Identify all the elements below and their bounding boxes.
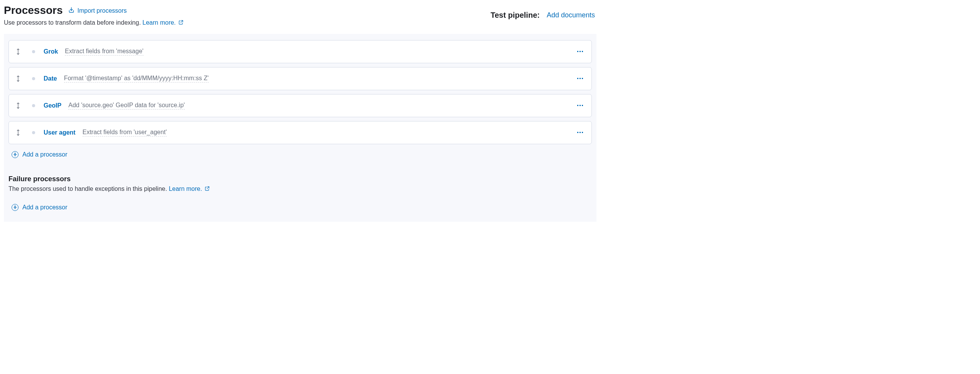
header: Processors Import processors Use process…	[0, 4, 600, 26]
status-dot-icon	[32, 131, 35, 134]
more-actions-button[interactable]	[576, 76, 585, 81]
failure-learn-more-label: Learn more.	[169, 185, 202, 192]
page-title: Processors	[4, 4, 63, 17]
failure-title: Failure processors	[8, 175, 596, 183]
plus-circle-icon	[12, 204, 19, 211]
processor-item: Grok Extract fields from 'message'	[8, 40, 592, 63]
processor-item: GeoIP Add 'source.geo' GeoIP data for 's…	[8, 94, 592, 117]
more-actions-button[interactable]	[576, 130, 585, 135]
external-link-icon	[204, 185, 210, 192]
status-dot-icon	[32, 104, 35, 107]
processor-name[interactable]: Date	[44, 75, 57, 82]
processor-name[interactable]: Grok	[44, 48, 58, 55]
drag-handle-icon[interactable]	[14, 102, 22, 109]
processor-description: Extract fields from 'message'	[65, 47, 144, 56]
drag-handle-icon[interactable]	[14, 129, 22, 136]
test-pipeline-label: Test pipeline:	[491, 11, 540, 20]
status-dot-icon	[32, 50, 35, 53]
more-actions-button[interactable]	[576, 49, 585, 54]
add-failure-processor-label: Add a processor	[22, 204, 68, 211]
processor-name[interactable]: User agent	[44, 129, 76, 136]
processor-name[interactable]: GeoIP	[44, 102, 61, 109]
external-link-icon	[178, 19, 184, 26]
page-subtitle: Use processors to transform data before …	[4, 19, 491, 26]
import-processors-button[interactable]: Import processors	[68, 7, 127, 15]
learn-more-label: Learn more.	[142, 19, 176, 26]
processors-list: Grok Extract fields from 'message' Date	[4, 40, 596, 144]
header-left: Processors Import processors Use process…	[4, 4, 491, 26]
failure-learn-more-link[interactable]: Learn more.	[169, 185, 210, 192]
processor-description: Extract fields from 'user_agent'	[83, 128, 167, 136]
status-dot-icon	[32, 77, 35, 80]
more-icon	[577, 51, 583, 52]
more-icon	[577, 105, 583, 106]
plus-circle-icon	[12, 151, 19, 158]
add-processor-label: Add a processor	[22, 151, 68, 158]
drag-handle-icon[interactable]	[14, 75, 22, 82]
processors-panel: Grok Extract fields from 'message' Date	[4, 34, 596, 222]
subtitle-text: Use processors to transform data before …	[4, 19, 141, 26]
failure-section: Failure processors The processors used t…	[4, 160, 596, 212]
import-icon	[68, 7, 74, 15]
more-icon	[577, 132, 583, 133]
add-documents-button[interactable]: Add documents	[547, 11, 595, 19]
add-failure-processor-button[interactable]: Add a processor	[8, 192, 68, 211]
add-processor-button[interactable]: Add a processor	[4, 144, 68, 158]
processor-description: Add 'source.geo' GeoIP data for 'source.…	[68, 101, 185, 110]
drag-handle-icon[interactable]	[14, 48, 22, 55]
import-processors-label: Import processors	[78, 7, 127, 14]
failure-description-text: The processors used to handle exceptions…	[8, 185, 167, 192]
learn-more-link[interactable]: Learn more.	[142, 19, 183, 26]
failure-description: The processors used to handle exceptions…	[8, 185, 596, 192]
header-right: Test pipeline: Add documents	[491, 4, 597, 20]
more-icon	[577, 78, 583, 79]
processor-description: Format '@timestamp' as 'dd/MMM/yyyy:HH:m…	[64, 74, 209, 83]
processor-item: Date Format '@timestamp' as 'dd/MMM/yyyy…	[8, 67, 592, 90]
more-actions-button[interactable]	[576, 103, 585, 108]
title-row: Processors Import processors	[4, 4, 491, 17]
processor-item: User agent Extract fields from 'user_age…	[8, 121, 592, 144]
